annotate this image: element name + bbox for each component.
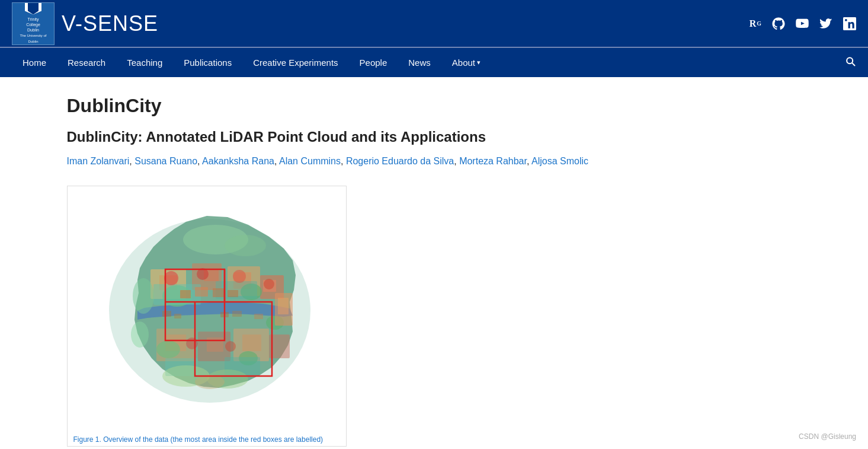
svg-rect-40: [180, 290, 191, 298]
nav-item-people[interactable]: People: [349, 48, 398, 78]
lidar-map-image: [73, 192, 340, 429]
svg-point-19: [156, 340, 180, 358]
watermark: CSDN @Gisleung: [799, 432, 856, 441]
author-rogerio-silva[interactable]: Rogerio Eduardo da Silva: [346, 156, 454, 166]
svg-point-35: [133, 278, 154, 314]
svg-rect-48: [254, 314, 263, 319]
about-dropdown-arrow: ▾: [477, 59, 481, 66]
header-icons: RG: [750, 17, 856, 30]
svg-rect-42: [213, 288, 225, 297]
svg-rect-41: [195, 287, 208, 297]
svg-point-39: [195, 375, 225, 389]
nav-item-publications[interactable]: Publications: [173, 48, 242, 78]
youtube-icon[interactable]: [796, 17, 809, 30]
svg-point-28: [264, 279, 274, 289]
nav-item-creative-experiments[interactable]: Creative Experiments: [242, 48, 348, 78]
nav-item-teaching[interactable]: Teaching: [116, 48, 173, 78]
svg-rect-47: [232, 311, 242, 317]
shield-icon: [25, 3, 41, 15]
page-title: DublinCity: [67, 95, 802, 117]
author-alan-cummins[interactable]: Alan Cummins: [279, 156, 341, 166]
figure-caption: Figure 1. Overview of the data (the most…: [73, 435, 340, 444]
svg-rect-12: [207, 337, 223, 352]
researchgate-icon[interactable]: RG: [750, 18, 761, 29]
svg-rect-45: [174, 314, 181, 319]
author-iman-zolanvari[interactable]: Iman Zolanvari: [67, 156, 130, 166]
tcd-logo: Trinity College Dublin The University of…: [12, 2, 55, 45]
main-content: DublinCity DublinCity: Annotated LiDAR P…: [49, 77, 819, 449]
svg-rect-43: [228, 290, 238, 297]
city-shape: [109, 216, 310, 403]
logo-area: Trinity College Dublin The University of…: [12, 2, 158, 45]
svg-point-27: [233, 270, 246, 283]
svg-point-25: [164, 271, 178, 285]
site-title: V-SENSE: [62, 11, 158, 36]
svg-rect-34: [278, 298, 289, 314]
author-aljosa-smolic[interactable]: Aljosa Smolic: [531, 156, 588, 166]
svg-point-32: [225, 235, 266, 256]
svg-rect-44: [162, 311, 171, 317]
linkedin-icon[interactable]: [843, 17, 856, 30]
author-aakanksha-rana[interactable]: Aakanksha Rana: [202, 156, 274, 166]
figure-container: Figure 1. Overview of the data (the most…: [67, 186, 347, 447]
nav-item-news[interactable]: News: [398, 48, 441, 78]
nav-bar: Home Research Teaching Publications Crea…: [0, 47, 868, 77]
twitter-icon[interactable]: [819, 17, 832, 30]
top-header: Trinity College Dublin The University of…: [0, 0, 868, 47]
svg-rect-14: [242, 335, 261, 351]
author-susana-ruano[interactable]: Susana Ruano: [134, 156, 197, 166]
author-morteza-rahbar[interactable]: Morteza Rahbar: [459, 156, 527, 166]
nav-links: Home Research Teaching Publications Crea…: [12, 48, 844, 78]
nav-item-home[interactable]: Home: [12, 48, 57, 78]
authors-list: Iman Zolanvari, Susana Ruano, Aakanksha …: [67, 154, 802, 169]
github-icon[interactable]: [772, 17, 785, 30]
svg-point-29: [186, 337, 198, 349]
nav-item-research[interactable]: Research: [57, 48, 116, 78]
paper-title: DublinCity: Annotated LiDAR Point Cloud …: [67, 129, 802, 145]
nav-item-about[interactable]: About ▾: [441, 48, 491, 78]
search-icon[interactable]: [844, 55, 856, 70]
svg-point-30: [225, 341, 236, 352]
svg-point-36: [131, 321, 149, 348]
